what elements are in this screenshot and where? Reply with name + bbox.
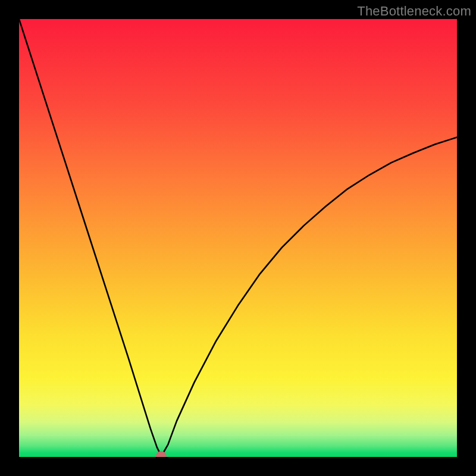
chart-frame: TheBottleneck.com — [0, 0, 476, 476]
plot-area — [19, 19, 457, 457]
watermark-text: TheBottleneck.com — [357, 4, 471, 19]
bottleneck-curve — [19, 19, 457, 457]
